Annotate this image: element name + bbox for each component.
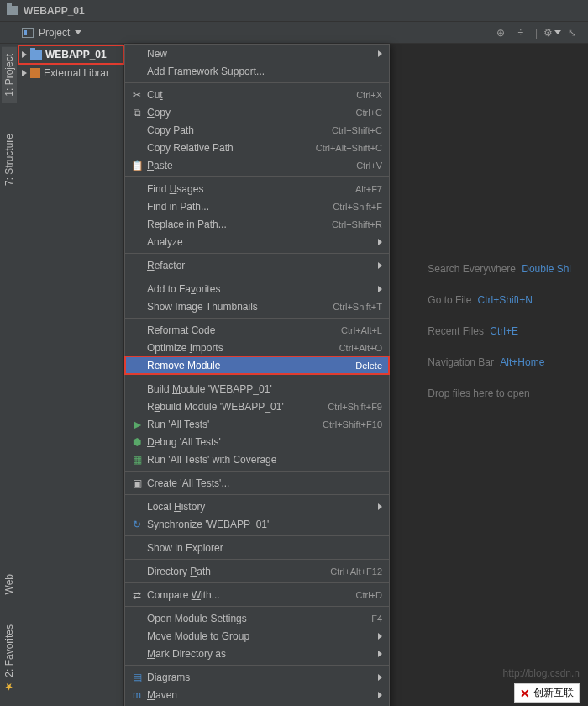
- menu-item-label: Open Module Settings: [147, 613, 371, 624]
- menu-item-analyze[interactable]: Analyze: [125, 233, 389, 250]
- watermark: http://blog.csdn.n: [503, 667, 580, 679]
- menu-item-label: Synchronize 'WEBAPP_01': [147, 519, 382, 530]
- menu-item-label: Remove Module: [147, 360, 355, 371]
- menu-item-label: New: [147, 48, 373, 60]
- tree-external-item[interactable]: External Librar: [18, 64, 123, 82]
- menu-item-copy[interactable]: ⧉CopyCtrl+C: [125, 103, 389, 121]
- tab-favorites-label: 2: Favorites: [3, 624, 15, 677]
- menu-item-open-module-settings[interactable]: Open Module SettingsF4: [125, 609, 389, 627]
- submenu-arrow-icon: [378, 50, 382, 57]
- menu-item-label: Analyze: [147, 236, 373, 248]
- menu-item-label: Run 'All Tests': [147, 419, 323, 430]
- menu-item-shortcut: Ctrl+Shift+T: [333, 302, 382, 312]
- menu-item-label: Move Module to Group: [147, 630, 373, 642]
- menu-item-show-in-explorer[interactable]: Show in Explorer: [125, 539, 389, 556]
- play-icon: ▶: [130, 418, 144, 431]
- menu-item-rebuild-module-webapp-01[interactable]: Rebuild Module 'WEBAPP_01'Ctrl+Shift+F9: [125, 398, 389, 415]
- tab-structure[interactable]: 7: Structure: [2, 127, 17, 192]
- submenu-arrow-icon: [378, 651, 382, 657]
- chevron-down-icon: [75, 30, 81, 34]
- expand-arrow-icon[interactable]: [22, 70, 27, 76]
- menu-item-refactor[interactable]: Refactor: [125, 256, 389, 274]
- menu-item-label: Optimize Imports: [147, 342, 339, 354]
- menu-separator: [125, 253, 389, 254]
- menu-item-copy-relative-path[interactable]: Copy Relative PathCtrl+Alt+Shift+C: [125, 139, 389, 156]
- context-menu: NewAdd Framework Support...✂CutCtrl+X⧉Co…: [124, 44, 390, 706]
- separator: |: [535, 27, 538, 39]
- menu-item-label: Paste: [147, 160, 356, 171]
- menu-item-local-history[interactable]: Local History: [125, 498, 389, 515]
- menu-item-copy-path[interactable]: Copy PathCtrl+Shift+C: [125, 121, 389, 139]
- menu-item-compare-with[interactable]: ⇄Compare With...Ctrl+D: [125, 586, 389, 603]
- tree-external-label: External Librar: [44, 67, 109, 79]
- library-icon: [30, 68, 40, 78]
- tab-web-label: Web: [3, 574, 15, 594]
- menu-item-maven[interactable]: mMaven: [125, 686, 389, 703]
- hint-navbar-label: Navigation Bar: [428, 356, 494, 368]
- menu-item-diagrams[interactable]: ▤Diagrams: [125, 668, 389, 686]
- menu-item-mark-directory-as[interactable]: Mark Directory as: [125, 645, 389, 662]
- menu-item-find-in-path[interactable]: Find in Path...Ctrl+Shift+F: [125, 198, 389, 215]
- tree-root-item[interactable]: WEBAPP_01: [18, 45, 123, 64]
- menu-item-run-all-tests[interactable]: ▶Run 'All Tests'Ctrl+Shift+F10: [125, 415, 389, 433]
- menu-separator: [125, 471, 389, 472]
- menu-separator: [125, 535, 389, 536]
- tab-favorites[interactable]: ★2: Favorites: [2, 618, 17, 699]
- menu-separator: [125, 665, 389, 666]
- menu-item-shortcut: Ctrl+Shift+C: [332, 125, 382, 135]
- title-bar: WEBAPP_01: [0, 0, 588, 22]
- menu-item-reformat-code[interactable]: Reformat CodeCtrl+Alt+L: [125, 321, 389, 339]
- menu-item-remove-module[interactable]: Remove ModuleDelete: [125, 356, 389, 374]
- menu-item-label: Reformat Code: [147, 324, 341, 336]
- hint-gotofile-label: Go to File: [428, 294, 471, 306]
- tab-project[interactable]: 1: Project: [2, 47, 17, 103]
- app-title: WEBAPP_01: [24, 5, 85, 17]
- menu-item-build-module-webapp-01[interactable]: Build Module 'WEBAPP_01': [125, 380, 389, 398]
- menu-item-cut[interactable]: ✂CutCtrl+X: [125, 86, 389, 103]
- menu-item-add-to-favorites[interactable]: Add to Favorites: [125, 280, 389, 298]
- menu-item-label: Show in Explorer: [147, 542, 382, 554]
- menu-item-label: Local History: [147, 501, 373, 513]
- menu-item-label: Compare With...: [147, 589, 356, 601]
- menu-item-paste[interactable]: 📋PasteCtrl+V: [125, 156, 389, 174]
- menu-item-replace-in-path[interactable]: Replace in Path...Ctrl+Shift+R: [125, 215, 389, 233]
- menu-item-create-all-tests[interactable]: ▣Create 'All Tests'...: [125, 474, 389, 492]
- menu-item-debug-all-tests[interactable]: ⬢Debug 'All Tests': [125, 433, 389, 450]
- menu-item-run-all-tests-with-coverage[interactable]: ▦Run 'All Tests' with Coverage: [125, 450, 389, 468]
- collapse-icon[interactable]: ÷: [515, 27, 527, 39]
- menu-item-label: Add Framework Support...: [147, 66, 382, 77]
- gear-icon[interactable]: ⚙: [546, 27, 558, 39]
- menu-separator: [125, 277, 389, 277]
- menu-item-shortcut: Ctrl+V: [356, 161, 382, 171]
- hint-navbar-key: Alt+Home: [500, 356, 544, 368]
- menu-item-label: Maven: [147, 689, 373, 701]
- tree-root-label: WEBAPP_01: [45, 49, 107, 61]
- hide-icon[interactable]: ⤡: [566, 27, 578, 39]
- diagram-icon: ▤: [130, 671, 144, 684]
- submenu-arrow-icon: [378, 503, 382, 510]
- menu-item-move-module-to-group[interactable]: Move Module to Group: [125, 627, 389, 645]
- hint-recent-label: Recent Files: [428, 325, 484, 337]
- expand-arrow-icon[interactable]: [22, 51, 27, 58]
- menu-item-label: Find Usages: [147, 183, 355, 195]
- menu-item-label: Find in Path...: [147, 201, 333, 213]
- tab-structure-label: 7: Structure: [3, 134, 15, 186]
- menu-item-synchronize-webapp-01[interactable]: ↻Synchronize 'WEBAPP_01': [125, 515, 389, 533]
- menu-item-shortcut: Ctrl+C: [356, 108, 382, 118]
- project-icon: [22, 28, 34, 38]
- menu-item-new[interactable]: New: [125, 45, 389, 62]
- menu-separator: [125, 582, 389, 583]
- menu-item-show-image-thumbnails[interactable]: Show Image ThumbnailsCtrl+Shift+T: [125, 298, 389, 315]
- menu-item-optimize-imports[interactable]: Optimize ImportsCtrl+Alt+O: [125, 339, 389, 356]
- target-icon[interactable]: ⊕: [495, 27, 507, 39]
- menu-item-find-usages[interactable]: Find UsagesAlt+F7: [125, 180, 389, 198]
- submenu-arrow-icon: [378, 692, 382, 698]
- tab-web[interactable]: Web: [2, 567, 17, 601]
- compare-icon: ⇄: [130, 588, 144, 602]
- menu-item-directory-path[interactable]: Directory PathCtrl+Alt+F12: [125, 562, 389, 580]
- paste-icon: 📋: [130, 159, 144, 172]
- menu-item-label: Add to Favorites: [147, 283, 373, 295]
- menu-item-add-framework-support[interactable]: Add Framework Support...: [125, 62, 389, 80]
- editor-hints: Search Everywhere Double Shi Go to File …: [428, 262, 571, 418]
- project-dropdown[interactable]: Project: [3, 27, 81, 39]
